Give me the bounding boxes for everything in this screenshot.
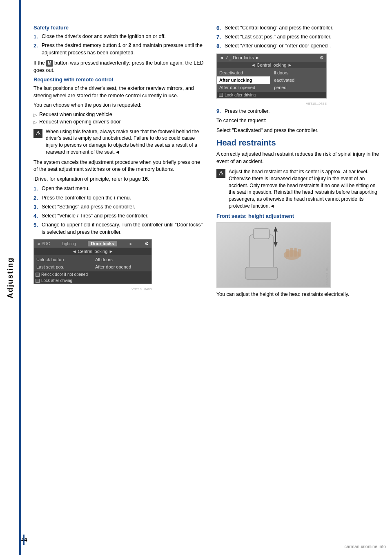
safety-feature-steps: 1. Close the driver's door and switch th…: [33, 33, 204, 56]
screen-1-cb1: Relock door if not opened: [34, 271, 151, 278]
safety-feature-section: Safety feature 1. Close the driver's doo…: [33, 25, 204, 74]
step-9-text: Press the controller.: [225, 108, 270, 115]
screen-2-right: ll doors eactivated pened: [270, 68, 326, 92]
warning-icon-1: ⚠: [33, 129, 42, 138]
idrive-text: iDrive, for explanation of principle, re…: [33, 176, 204, 183]
screen-1-cb2: Lock after driving: [34, 278, 151, 284]
svg-rect-3: [253, 228, 270, 239]
screen-1-settings-icon: ⚙: [145, 241, 149, 246]
screen-1-checkbox-1: [36, 273, 40, 277]
bullet-1-text: Request when unlocking vehicle: [39, 112, 112, 117]
bullet-arrow-2: ▷: [33, 120, 37, 125]
page-blue-bar: [23, 535, 24, 545]
site-watermark: carmanualonline.info: [344, 544, 386, 549]
step-7-num: 7.: [216, 34, 225, 41]
screen-2-pened: pened: [272, 84, 325, 91]
req-step-2-text: Press the controller to open the i menu.: [42, 195, 131, 202]
safety-feature-title: Safety feature: [33, 25, 204, 31]
req-step-2: 2. Press the controller to open the i me…: [33, 195, 204, 202]
req-step-5: 5. Change to upper field if necessary. T…: [33, 222, 204, 236]
req-step-1: 1. Open the start menu.: [33, 185, 204, 192]
screen-2-left: Deactivated After unlocking After door o…: [217, 68, 270, 92]
screen-1-cb2-label: Lock after driving: [41, 278, 72, 283]
screen-1-tab-pdc: ◄ PDC: [36, 242, 50, 246]
front-seats-title: Front seats: height adjustment: [216, 213, 380, 219]
front-seats-para: You can adjust the height of the head re…: [216, 291, 380, 298]
req-step-1-text: Open the start menu.: [42, 185, 89, 192]
screen-1-sub: ◄ Central locking ►: [34, 248, 151, 255]
svg-rect-9: [290, 248, 293, 257]
screen-1-left: Unlock button Last seat pos.: [34, 255, 91, 271]
seat-adjustment-image: VBT10...04SS: [216, 222, 331, 288]
step-2-text: Press the desired memory button 1 or 2 a…: [42, 42, 204, 56]
screen-1-checkbox-2: [36, 279, 40, 283]
screen-2-body: Deactivated After unlocking After door o…: [217, 68, 326, 92]
screen-2-after-unlocking: After unlocking: [217, 76, 270, 84]
req-step-4: 4. Select "Vehicle / Tires" and press th…: [33, 213, 204, 220]
req-step-4-text: Select "Vehicle / Tires" and press the c…: [42, 213, 149, 220]
screen-1-body: Unlock button Last seat pos. All doors A…: [34, 255, 151, 271]
sidebar: Adjusting: [0, 0, 21, 555]
bullet-2-text: Request when opening driver's door: [39, 119, 121, 125]
head-restraints-title: Head restraints: [216, 138, 380, 148]
req-step-3: 3. Select "Settings" and press the contr…: [33, 204, 204, 211]
screen-1: ◄ PDC Lighting Door locks ► ⚙ ◄ Central …: [33, 239, 152, 284]
front-seats-section: Front seats: height adjustment: [216, 213, 380, 298]
screen-2-settings-icon: ⚙: [320, 55, 324, 60]
content-area: Safety feature 1. Close the driver's doo…: [21, 0, 392, 555]
screen-1-cb1-label: Relock door if not opened: [41, 272, 88, 277]
step-2-num: 2.: [33, 42, 42, 56]
bullet-2: ▷ Request when opening driver's door: [33, 119, 204, 125]
sidebar-label: Adjusting: [6, 257, 15, 298]
page-wrapper: Adjusting Safety feature 1. Close the dr…: [0, 0, 392, 555]
warning-icon-2: ⚠: [216, 169, 225, 178]
step-6-text: Select "Central locking" and press the c…: [225, 25, 334, 32]
step-8-text: Select "After unlocking" or "After door …: [225, 43, 331, 50]
image-watermark: VBT10...04SS: [326, 267, 329, 285]
left-column: Safety feature 1. Close the driver's doo…: [33, 25, 204, 539]
svg-rect-1: [249, 235, 274, 271]
screen-row-alldoors: All doors: [93, 256, 150, 263]
cancel-para2: Select "Deactivated" and press the contr…: [216, 127, 380, 134]
screen-2-deactivated: Deactivated: [217, 69, 270, 76]
screen-2-cb: Lock after driving: [217, 92, 326, 98]
step-6-num: 6.: [216, 25, 225, 32]
svg-rect-8: [286, 249, 289, 257]
sidebar-bar: [19, 0, 21, 555]
screen-1-right: All doors After door opened: [91, 255, 151, 271]
step-6: 6. Select "Central locking" and press th…: [216, 25, 380, 32]
screen-1-watermark: VBT10...048S: [33, 287, 152, 291]
screen-2-header: ◄ ✓⎯ Door locks ► ⚙: [217, 54, 326, 62]
requesting-title: Requesting with remote control: [33, 76, 204, 83]
screen-2-sub: ◄ Central locking ►: [217, 62, 326, 68]
req-step-3-text: Select "Settings" and press the controll…: [42, 204, 135, 211]
warning-text-1: When using this feature, always make sur…: [46, 128, 204, 156]
requesting-section: Requesting with remote control The last …: [33, 76, 204, 291]
screen-2: ◄ ✓⎯ Door locks ► ⚙ ◄ Central locking ► …: [216, 54, 327, 98]
screen-2-title: ◄ ✓⎯ Door locks ►: [219, 55, 260, 60]
cancel-para1: To cancel the request:: [216, 117, 380, 125]
step-9: 9. Press the controller.: [216, 108, 380, 115]
svg-rect-10: [294, 248, 297, 257]
right-column: 6. Select "Central locking" and press th…: [216, 25, 380, 539]
screen-row-unlock: Unlock button: [34, 256, 91, 263]
req-step-1-num: 1.: [33, 185, 42, 192]
requesting-para3: The system cancels the adjustment proced…: [33, 159, 204, 173]
requesting-para1: The last positions of the driver's seat,…: [33, 85, 204, 99]
step-1-text: Close the driver's door and switch the i…: [42, 33, 166, 40]
req-step-4-num: 4.: [33, 213, 42, 220]
bullet-1: ▷ Request when unlocking vehicle: [33, 112, 204, 118]
screen-row-afterdoor: After door opened: [93, 263, 150, 271]
svg-rect-11: [298, 249, 301, 257]
step-1: 1. Close the driver's door and switch th…: [33, 33, 204, 40]
screen-1-header: ◄ PDC Lighting Door locks ► ⚙: [34, 239, 151, 248]
req-step-5-text: Change to upper field if necessary. Turn…: [42, 222, 204, 236]
screen-2-checkbox: [219, 93, 223, 97]
screen-1-tab-doorlocks: Door locks: [88, 241, 118, 246]
screen-2-after-door: After door opened: [217, 84, 270, 91]
req-step-3-num: 3.: [33, 204, 42, 211]
screen-1-tab-lighting: Lighting: [62, 242, 76, 246]
req-step-5-num: 5.: [33, 222, 42, 236]
screen-2-watermark: VBT10...04SS: [216, 102, 327, 105]
step-7-text: Select "Last seat pos." and press the co…: [225, 34, 332, 41]
